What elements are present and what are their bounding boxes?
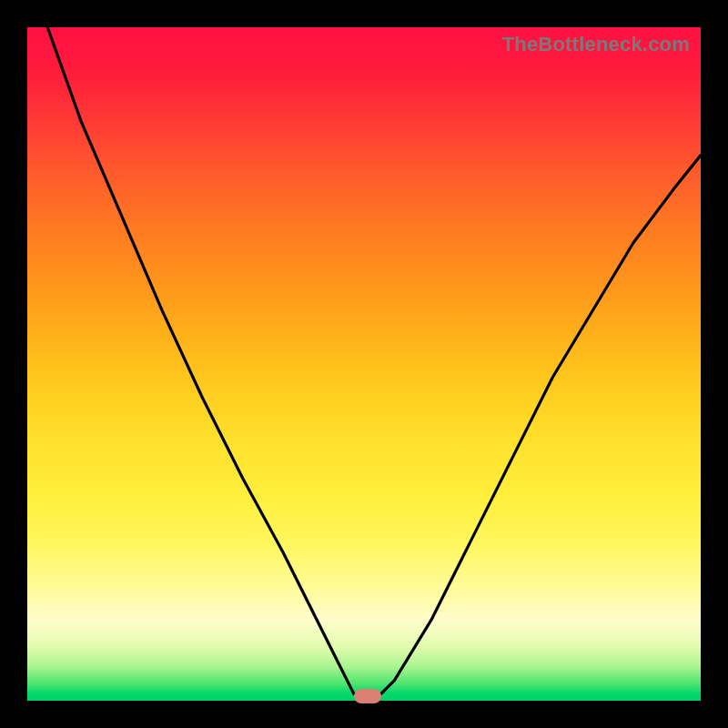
attribution-label: TheBottleneck.com bbox=[502, 33, 690, 56]
plot-area: TheBottleneck.com bbox=[27, 27, 701, 701]
bottleneck-curve bbox=[27, 27, 701, 701]
optimal-marker bbox=[354, 689, 381, 703]
chart-frame: TheBottleneck.com bbox=[0, 0, 728, 728]
